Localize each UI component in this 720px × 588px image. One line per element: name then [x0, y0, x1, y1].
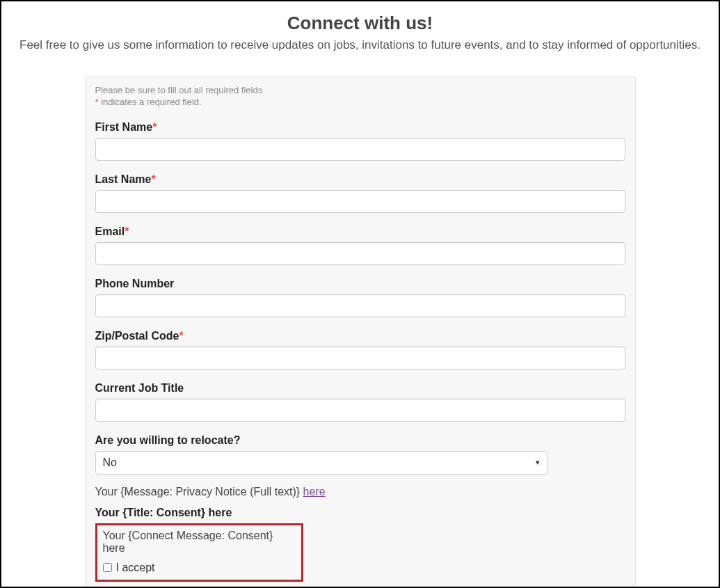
first-name-label: First Name* [95, 121, 625, 134]
relocate-select[interactable]: No ▾ [95, 451, 547, 475]
phone-group: Phone Number [95, 278, 625, 317]
accept-row: I accept [103, 562, 296, 574]
relocate-select-wrapper: No ▾ [95, 451, 547, 475]
last-name-input[interactable] [95, 190, 625, 213]
relocate-label: Are you willing to relocate? [95, 434, 625, 447]
privacy-link[interactable]: here [303, 486, 326, 498]
email-label: Email* [95, 225, 625, 238]
zip-group: Zip/Postal Code* [95, 330, 625, 370]
accept-label: I accept [116, 562, 155, 574]
page-header: Connect with us! Feel free to give us so… [10, 7, 710, 59]
required-marker: * [151, 173, 155, 185]
consent-message: Your {Connect Message: Consent} here [103, 530, 296, 555]
phone-label: Phone Number [95, 278, 625, 290]
privacy-prefix: Your {Message: Privacy Notice (Full text… [95, 486, 303, 498]
page-subtitle: Feel free to give us some information to… [10, 38, 710, 52]
email-input[interactable] [95, 242, 625, 265]
required-marker: * [125, 225, 129, 237]
phone-input[interactable] [95, 294, 625, 317]
job-title-input[interactable] [95, 399, 625, 422]
caret-down-icon: ▾ [536, 458, 540, 467]
first-name-input[interactable] [95, 138, 625, 161]
last-name-group: Last Name* [95, 173, 625, 213]
page-title: Connect with us! [10, 13, 710, 34]
accept-checkbox[interactable] [103, 563, 112, 572]
consent-title: Your {Title: Consent} here [95, 507, 625, 519]
last-name-label: Last Name* [95, 173, 625, 186]
email-group: Email* [95, 225, 625, 265]
consent-highlight-box: Your {Connect Message: Consent} here I a… [95, 523, 303, 582]
notice-line1: Please be sure to fill out all required … [95, 85, 263, 95]
required-marker: * [152, 121, 157, 133]
job-title-group: Current Job Title [95, 382, 625, 422]
job-title-label: Current Job Title [95, 382, 625, 395]
relocate-group: Are you willing to relocate? No ▾ [95, 434, 625, 475]
required-marker: * [179, 330, 183, 342]
first-name-group: First Name* [95, 121, 625, 161]
zip-label: Zip/Postal Code* [95, 330, 625, 342]
relocate-selected-value: No [103, 456, 117, 469]
form-container: Please be sure to fill out all required … [85, 76, 636, 588]
notice-line2: indicates a required field. [99, 97, 202, 107]
privacy-notice-row: Your {Message: Privacy Notice (Full text… [95, 486, 625, 498]
zip-input[interactable] [95, 347, 625, 370]
required-notice: Please be sure to fill out all required … [95, 85, 625, 109]
